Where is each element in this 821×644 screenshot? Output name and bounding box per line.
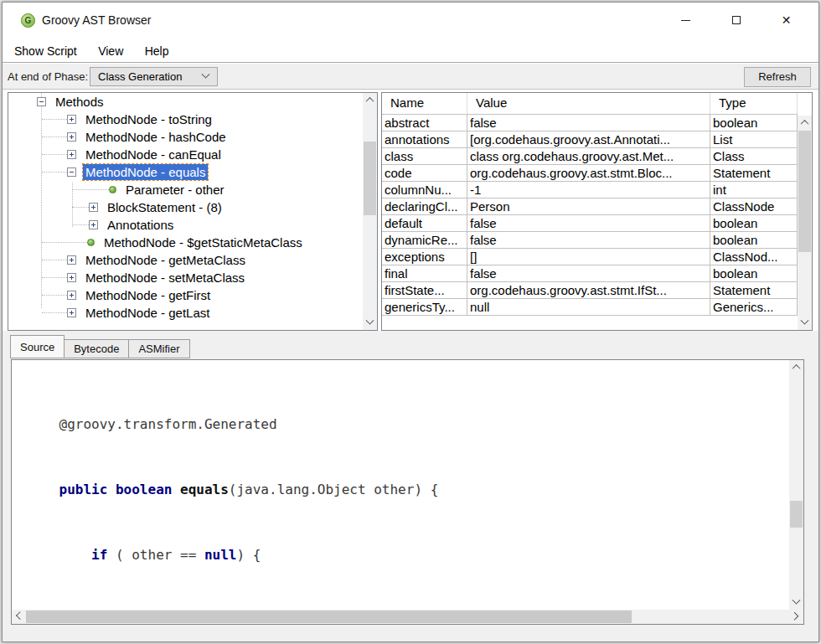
cell-name: dynamicRe...	[382, 232, 467, 249]
tree-expand-handle[interactable]	[67, 273, 76, 282]
scroll-down-button[interactable]	[363, 316, 377, 330]
window-title: Groovy AST Browser	[42, 13, 151, 27]
top-content: Methods MethodNode - toString MethodNode…	[3, 90, 818, 331]
table-row[interactable]: code org.codehaus.groovy.ast.stmt.Bloc..…	[382, 165, 798, 182]
table-row[interactable]: firstState... org.codehaus.groovy.ast.st…	[382, 282, 798, 299]
table-row[interactable]: annotations [org.codehaus.groovy.ast.Ann…	[382, 131, 798, 148]
tree-item-tostring[interactable]: MethodNode - toString	[8, 111, 363, 128]
tree-expand-handle[interactable]	[67, 308, 76, 317]
tree-item-methods[interactable]: Methods	[8, 93, 363, 111]
tree-item-getstaticmetaclass[interactable]: MethodNode - $getStaticMetaClass	[8, 234, 363, 251]
cell-name: genericsTy...	[382, 299, 467, 316]
scroll-up-button[interactable]	[789, 360, 803, 374]
table-row[interactable]: columnNu... -1 int	[382, 182, 798, 198]
tree-item-equals-selected[interactable]: MethodNode - equals	[8, 163, 363, 181]
title-bar[interactable]: G Groovy AST Browser ✕	[3, 3, 818, 40]
tree-item-parameter-other[interactable]: Parameter - other	[8, 181, 363, 198]
scroll-left-button[interactable]	[12, 610, 26, 624]
tree-item-annotations[interactable]: Annotations	[8, 216, 363, 234]
tree-item-label: MethodNode - toString	[83, 111, 214, 127]
minimize-button[interactable]	[667, 7, 705, 33]
scroll-down-button[interactable]	[798, 316, 812, 330]
tree-item-label: MethodNode - hashCode	[83, 129, 229, 145]
table-row[interactable]: class class org.codehaus.groovy.ast.Met.…	[382, 148, 798, 165]
tree-collapse-handle[interactable]	[37, 97, 46, 106]
tree-item-getfirst[interactable]: MethodNode - getFirst	[8, 286, 363, 304]
phase-dropdown-value: Class Generation	[98, 70, 182, 83]
toolbar: At end of Phase: Class Generation Refres…	[3, 64, 818, 90]
tree-expand-handle[interactable]	[67, 132, 76, 142]
refresh-button[interactable]: Refresh	[744, 67, 811, 87]
scrollbar-thumb[interactable]	[790, 501, 803, 528]
chevron-down-icon	[366, 317, 374, 325]
scrollbar-thumb[interactable]	[364, 142, 376, 215]
tree-expand-handle[interactable]	[89, 220, 98, 229]
menu-help[interactable]: Help	[145, 40, 175, 58]
table-row[interactable]: declaringCl... Person ClassNode	[382, 198, 798, 215]
column-header-name[interactable]: Name	[382, 93, 467, 114]
editor-horizontal-scrollbar[interactable]	[12, 610, 803, 624]
code-line: public boolean equals(java.lang.Object o…	[27, 479, 789, 501]
ast-tree-panel: Methods MethodNode - toString MethodNode…	[8, 92, 378, 331]
source-editor: @groovy.transform.Generated public boole…	[11, 359, 804, 625]
tree-connector	[42, 137, 67, 137]
table-row[interactable]: abstract false boolean	[382, 115, 798, 131]
maximize-icon	[732, 16, 741, 24]
tab-bytecode[interactable]: Bytecode	[65, 339, 129, 358]
scroll-down-button[interactable]	[789, 595, 803, 610]
table-row[interactable]: final false boolean	[382, 265, 798, 282]
scroll-right-button[interactable]	[789, 610, 803, 624]
tree-connector	[42, 172, 67, 173]
properties-table-panel: Name Value Type abstract false boolean a…	[381, 92, 813, 331]
scroll-up-button[interactable]	[363, 93, 377, 107]
tree-collapse-handle[interactable]	[67, 167, 76, 177]
column-header-type[interactable]: Type	[710, 93, 798, 114]
tree-item-canequal[interactable]: MethodNode - canEqual	[8, 146, 363, 163]
table-vertical-scrollbar[interactable]	[798, 116, 812, 330]
cell-name: final	[382, 265, 467, 282]
tree-item-blockstatement[interactable]: BlockStatement - (8)	[8, 198, 363, 216]
scrollbar-thumb[interactable]	[26, 611, 632, 623]
tree-vertical-scrollbar[interactable]	[363, 93, 377, 330]
tree-expand-handle[interactable]	[67, 115, 76, 124]
tree-item-getmetaclass[interactable]: MethodNode - getMetaClass	[8, 251, 363, 269]
editor-vertical-scrollbar[interactable]	[789, 360, 803, 610]
table-row[interactable]: dynamicRe... false boolean	[382, 232, 798, 249]
tree-item-hashcode[interactable]: MethodNode - hashCode	[8, 128, 363, 146]
cell-type: int	[710, 182, 798, 198]
ast-tree[interactable]: Methods MethodNode - toString MethodNode…	[8, 93, 363, 330]
tree-expand-handle[interactable]	[67, 291, 76, 300]
scrollbar-thumb[interactable]	[798, 131, 811, 252]
tree-expand-handle[interactable]	[67, 255, 76, 265]
maximize-button[interactable]	[717, 7, 755, 33]
app-icon-letter: G	[22, 14, 34, 27]
table-row[interactable]: genericsTy... null Generics...	[382, 299, 798, 316]
tab-asmifier[interactable]: ASMifier	[129, 339, 189, 358]
properties-table[interactable]: Name Value Type abstract false boolean a…	[382, 93, 798, 330]
phase-dropdown[interactable]: Class Generation	[90, 67, 218, 86]
menu-show-script[interactable]: Show Script	[14, 40, 83, 58]
cell-value: -1	[467, 182, 710, 198]
tree-item-label: MethodNode - getFirst	[83, 287, 213, 303]
table-row[interactable]: exceptions [] ClassNod...	[382, 249, 798, 265]
cell-type: boolean	[710, 232, 798, 249]
close-button[interactable]: ✕	[767, 7, 805, 33]
cell-name: annotations	[382, 131, 467, 148]
cell-type: boolean	[710, 265, 798, 282]
tree-item-setmetaclass[interactable]: MethodNode - setMetaClass	[8, 269, 363, 286]
source-code-area[interactable]: @groovy.transform.Generated public boole…	[12, 360, 789, 610]
tree-connector	[42, 277, 67, 278]
tree-expand-handle[interactable]	[89, 203, 98, 212]
menu-view[interactable]: View	[98, 40, 129, 58]
scroll-up-button[interactable]	[798, 116, 812, 130]
column-header-value[interactable]: Value	[467, 93, 710, 114]
cell-value: org.codehaus.groovy.ast.stmt.IfSt...	[467, 282, 710, 299]
tree-item-getlast[interactable]: MethodNode - getLast	[8, 304, 363, 322]
tree-item-label: MethodNode - canEqual	[83, 147, 224, 162]
tab-source[interactable]: Source	[10, 335, 65, 358]
tree-item-label: MethodNode - setMetaClass	[83, 270, 247, 286]
table-row[interactable]: default false boolean	[382, 215, 798, 232]
cell-name: default	[382, 215, 467, 232]
leaf-node-icon	[109, 186, 116, 193]
tree-expand-handle[interactable]	[67, 150, 76, 159]
